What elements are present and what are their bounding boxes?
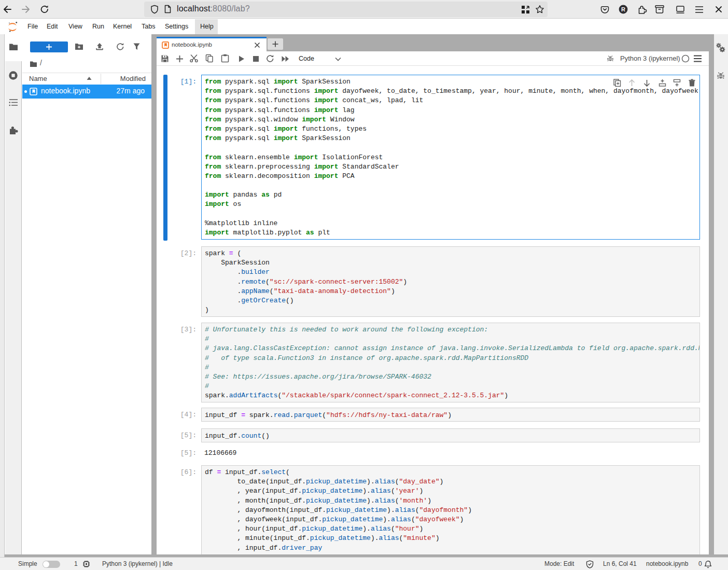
svg-text:R: R [621, 6, 625, 12]
